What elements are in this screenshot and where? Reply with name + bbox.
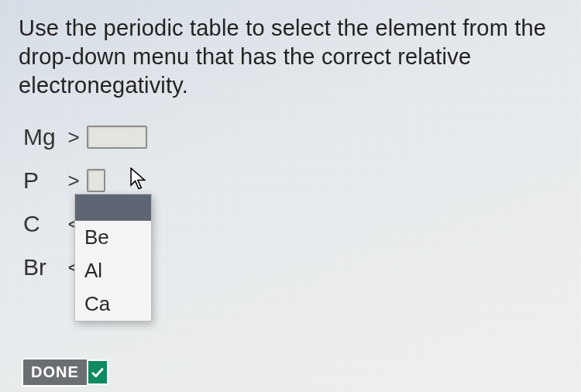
row-p: P >: [23, 165, 562, 196]
question-instructions: Use the periodic table to select the ele…: [19, 14, 562, 100]
done-button[interactable]: DONE: [22, 358, 87, 387]
check-icon: [91, 366, 105, 380]
element-label: P: [23, 167, 65, 194]
dropdown-option-al[interactable]: Al: [75, 254, 151, 287]
operator: >: [67, 126, 81, 150]
element-label: Mg: [23, 124, 65, 150]
done-check-button[interactable]: [87, 359, 108, 385]
element-label: Br: [23, 254, 65, 280]
element-label: C: [23, 211, 65, 237]
operator: >: [67, 169, 81, 193]
dropdown-p[interactable]: [87, 169, 105, 192]
dropdown-menu-open: Be Al Ca: [74, 194, 152, 322]
done-button-group: DONE: [22, 358, 108, 387]
dropdown-option-blank[interactable]: [75, 194, 151, 221]
row-mg: Mg >: [23, 122, 562, 153]
dropdown-option-ca[interactable]: Ca: [75, 287, 151, 321]
dropdown-mg[interactable]: [87, 126, 147, 149]
dropdown-option-be[interactable]: Be: [75, 221, 151, 254]
